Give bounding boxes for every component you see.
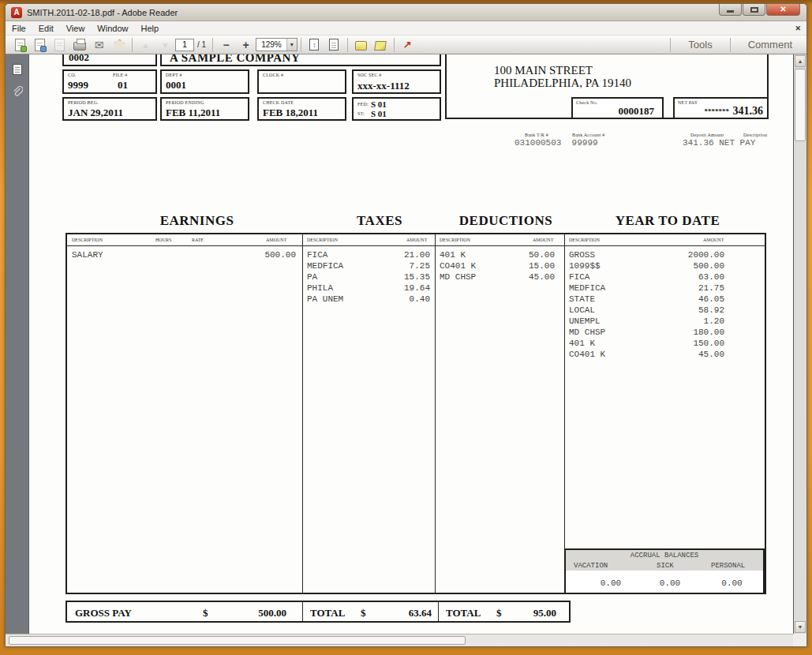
ytd-row-amount: 45.00: [659, 350, 724, 359]
zoom-dropdown-icon[interactable]: ▾: [286, 39, 297, 51]
share-button[interactable]: [109, 36, 129, 53]
file-value: 01: [118, 79, 128, 92]
single-page-mode-button[interactable]: [324, 36, 344, 53]
accrual-balances-box: ACCRUAL BALANCES VACATION SICK PERSONAL …: [564, 548, 765, 594]
deductions-col-description: DESCRIPTION: [440, 238, 470, 242]
minimize-button[interactable]: [719, 4, 742, 16]
tax-row-name: PHILA: [307, 283, 333, 293]
header-underline: [67, 245, 765, 246]
address-line-2: PHILADELPHIA, PA 19140: [494, 77, 631, 90]
zoom-in-button[interactable]: +: [236, 36, 256, 53]
toolbar-separator: [347, 38, 348, 52]
taxes-col-description: DESCRIPTION: [307, 238, 338, 242]
deposit-description-values: 341.36 NET PAY: [683, 138, 755, 148]
page-number-input[interactable]: [175, 39, 194, 51]
toolbar-separator: [670, 38, 671, 52]
fed-label: FED:: [357, 102, 369, 107]
filing-status-box: FED: S 01 ST: S 01: [352, 97, 441, 121]
menubar-close-icon[interactable]: ✕: [795, 21, 801, 36]
toolbar-separator: [132, 38, 133, 52]
menu-file[interactable]: File: [6, 21, 32, 36]
deduction-row-amount: 50.00: [509, 250, 555, 260]
vertical-scrollbar[interactable]: ▲ ▼: [793, 54, 806, 634]
sticky-note-button[interactable]: [351, 36, 371, 53]
tax-total-currency: $: [361, 607, 366, 619]
check-number-box: Check No. 0000187: [571, 97, 664, 119]
menu-window[interactable]: Window: [91, 21, 134, 36]
description-label: Description: [743, 133, 767, 137]
horizontal-scrollbar-thumb[interactable]: [9, 636, 466, 645]
deduction-total-currency: $: [496, 607, 502, 619]
period-end-box: PERIOD ENDING FEB 11,2011: [160, 97, 249, 121]
gross-pay-value: 500.00: [225, 607, 286, 619]
period-beg-box: PERIOD BEG. JAN 29,2011: [62, 97, 157, 121]
deductions-col-amount: AMOUNT: [533, 238, 553, 242]
dept-value: 0001: [166, 79, 186, 92]
co-file-box: CO. 9999 FILE # 01: [62, 69, 157, 94]
minimize-icon: [727, 10, 734, 13]
st-label: ST:: [357, 111, 365, 116]
horizontal-scrollbar[interactable]: [6, 634, 793, 646]
highlight-text-button[interactable]: [371, 36, 391, 53]
deposit-amount-label: Deposit Amount: [690, 133, 724, 137]
ytd-row-name: MD CHSP: [569, 328, 605, 337]
print-button[interactable]: [69, 36, 89, 53]
zoom-level-select[interactable]: 129% ▾: [256, 38, 297, 51]
comment-button[interactable]: Comment: [734, 36, 806, 54]
clipped-emp-box: 0002: [62, 54, 157, 66]
accrual-col-sick: SICK: [657, 562, 674, 570]
ytd-row-amount: 180.00: [659, 328, 724, 337]
tax-row-amount: 0.40: [378, 294, 430, 304]
page-thumbnails-button[interactable]: [10, 62, 24, 77]
co-value: 9999: [68, 79, 88, 92]
ytd-row-amount: 2000.00: [659, 250, 724, 260]
menu-edit[interactable]: Edit: [32, 21, 60, 36]
tax-total-label: TOTAL: [310, 607, 345, 619]
file-label: FILE #: [113, 73, 127, 77]
scroll-down-button[interactable]: ▼: [795, 621, 806, 633]
pdf-page[interactable]: 0002 A SAMPLE COMPANY CO. 9999 FILE # 01…: [29, 54, 793, 634]
next-page-button: ▼: [155, 36, 175, 53]
net-pay-label: NET PAY: [678, 100, 698, 105]
ytd-row-amount: 21.75: [659, 283, 724, 293]
save-file-icon: [35, 39, 45, 51]
check-date-value: FEB 18,2011: [263, 107, 318, 119]
paperclip-icon: [12, 85, 23, 98]
stub-table: DESCRIPTION HOURS RATE AMOUNT DESCRIPTIO…: [65, 233, 766, 594]
dept-label: DEPT #: [166, 73, 182, 77]
menu-view[interactable]: View: [60, 21, 92, 36]
ytd-row-amount: 1.20: [659, 316, 724, 326]
clock-box: CLOCK #: [257, 69, 346, 94]
tax-row-name: PA UNEM: [307, 294, 343, 304]
save-file-button[interactable]: [30, 36, 50, 53]
title-bar[interactable]: A SMITH.2011-02-18.pdf - Adobe Reader ✕: [6, 4, 806, 21]
ytd-row-name: STATE: [569, 294, 595, 304]
column-divider: [302, 234, 303, 593]
earnings-title: EARNINGS: [132, 213, 262, 229]
send-cursor-icon: ↗: [403, 39, 412, 51]
net-pay-amount: 341.36: [733, 105, 764, 118]
vertical-scrollbar-thumb[interactable]: [795, 69, 806, 141]
tax-row-amount: 7.25: [378, 261, 430, 271]
deduction-row-name: 401 K: [440, 250, 466, 260]
open-file-button[interactable]: [10, 36, 30, 53]
scroll-up-button[interactable]: ▲: [795, 55, 806, 67]
toolbar-separator: [394, 38, 395, 52]
ytd-col-amount: AMOUNT: [703, 238, 724, 242]
send-file-button[interactable]: ↗: [398, 36, 417, 53]
ytd-row-name: 1099$$: [569, 261, 601, 271]
column-divider: [564, 234, 565, 593]
attachments-button[interactable]: [10, 84, 24, 99]
close-button[interactable]: ✕: [766, 4, 800, 16]
zoom-out-button[interactable]: −: [216, 36, 236, 53]
tools-button[interactable]: Tools: [674, 36, 726, 54]
clock-label: CLOCK #: [263, 73, 283, 77]
open-file-icon: [15, 39, 25, 51]
menu-help[interactable]: Help: [134, 21, 165, 36]
gross-pay-currency: $: [203, 607, 208, 619]
email-button[interactable]: ✉: [89, 36, 109, 53]
ytd-row-name: MEDFICA: [569, 283, 605, 293]
tax-row-amount: 19.64: [378, 283, 430, 293]
scrolling-mode-button[interactable]: ↕: [305, 36, 324, 53]
maximize-button[interactable]: [743, 4, 765, 16]
